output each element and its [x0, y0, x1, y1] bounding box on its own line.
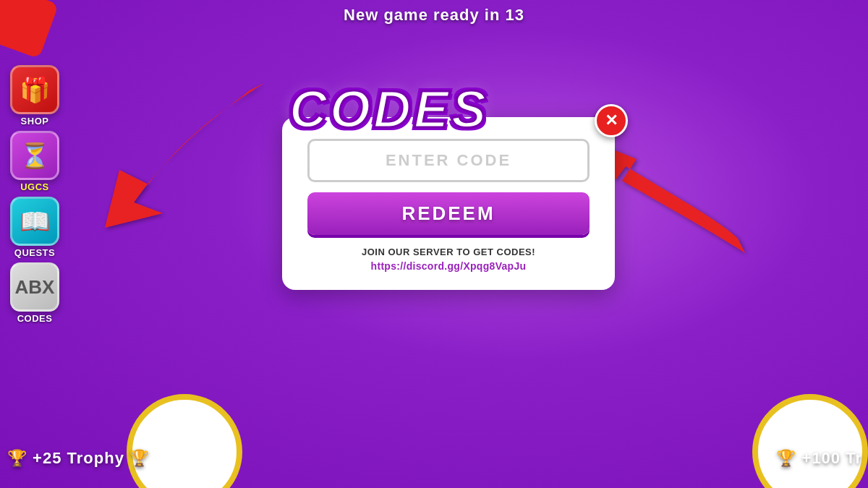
shop-label: SHOP — [21, 116, 49, 127]
sidebar-item-ugcs[interactable]: ⏳ UGCS — [10, 131, 59, 192]
codes-modal: CODES ✕ REDEEM JOIN OUR SERVER TO GET CO… — [282, 72, 615, 290]
countdown-text: New game ready in 13 — [344, 6, 524, 24]
trophy-badge-right: 🏆 +100 Tr — [776, 449, 862, 468]
quests-label: QUESTS — [14, 247, 55, 258]
discord-link[interactable]: https://discord.gg/Xpqg8VapJu — [307, 260, 590, 272]
quests-button[interactable]: 📖 — [10, 197, 59, 246]
ugcs-label: UGCS — [20, 181, 49, 192]
shop-button[interactable]: 🎁 — [10, 65, 59, 114]
ugcs-icon: ⏳ — [20, 141, 50, 170]
codes-icon: ABX — [15, 276, 55, 299]
codes-modal-title: CODES — [289, 80, 622, 139]
ugcs-button[interactable]: ⏳ — [10, 131, 59, 180]
codes-label: CODES — [17, 313, 53, 324]
quests-icon: 📖 — [20, 207, 50, 236]
join-server-text: JOIN OUR SERVER TO GET CODES! — [307, 247, 590, 257]
codes-box: ✕ REDEEM JOIN OUR SERVER TO GET CODES! h… — [282, 117, 615, 290]
shop-icon: 🎁 — [20, 75, 50, 104]
countdown-banner: New game ready in 13 — [0, 6, 868, 25]
codes-button[interactable]: ABX — [10, 262, 59, 312]
code-input[interactable] — [307, 139, 590, 182]
sidebar-item-shop[interactable]: 🎁 SHOP — [10, 65, 59, 127]
sidebar-item-codes[interactable]: ABX CODES — [10, 262, 59, 324]
sidebar-item-quests[interactable]: 📖 QUESTS — [10, 197, 59, 258]
sidebar: 🎁 SHOP ⏳ UGCS 📖 QUESTS ABX CODES — [10, 65, 59, 324]
trophy-badge-left: 🏆 +25 Trophy 🏆 — [7, 449, 150, 468]
redeem-button[interactable]: REDEEM — [307, 192, 590, 235]
